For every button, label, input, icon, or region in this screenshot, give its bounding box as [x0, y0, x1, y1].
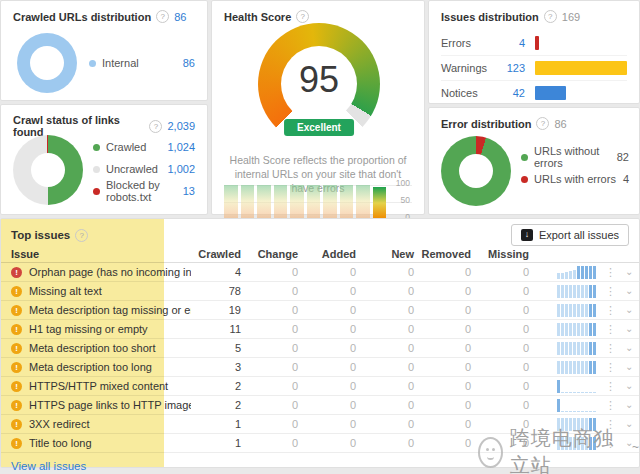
panel-title: Top issues	[11, 229, 70, 241]
crawled-value: 3	[191, 361, 247, 373]
issue-name[interactable]: Meta description tag missing or empty	[29, 304, 191, 316]
sparkline-bar	[593, 323, 596, 336]
row-actions: ⋮ ⌄	[605, 400, 640, 410]
kebab-menu-icon[interactable]: ⋮	[605, 324, 616, 334]
sparkline-bar	[577, 304, 580, 317]
issue-table-row: Meta description tag missing or empty 19…	[1, 301, 639, 320]
issue-name[interactable]: H1 tag missing or empty	[29, 323, 148, 335]
issue-name[interactable]: Missing alt text	[29, 285, 102, 297]
kebab-menu-icon[interactable]: ⋮	[605, 362, 616, 372]
kebab-menu-icon[interactable]: ⋮	[605, 267, 616, 277]
panel-count[interactable]: 86	[174, 11, 186, 23]
info-icon[interactable]	[156, 10, 169, 23]
chevron-down-icon[interactable]: ⌄	[625, 286, 633, 296]
new-value: 0	[362, 361, 420, 373]
sparkline-bar	[581, 323, 584, 336]
issue-name[interactable]: Title too long	[29, 437, 92, 449]
legend-value[interactable]: 4	[623, 173, 629, 185]
issue-name[interactable]: 3XX redirect	[29, 418, 90, 430]
issue-name-cell[interactable]: H1 tag missing or empty	[1, 323, 191, 335]
kebab-menu-icon[interactable]: ⋮	[605, 305, 616, 315]
issue-name[interactable]: Meta description too long	[29, 361, 152, 373]
issue-name-cell[interactable]: Meta description too long	[1, 361, 191, 373]
sparkline-bar	[589, 361, 592, 374]
sparkline-bar	[593, 285, 596, 298]
panel-title-row: Error distribution 86	[429, 108, 639, 130]
issue-name[interactable]: Meta description too short	[29, 342, 156, 354]
issue-name-cell[interactable]: Missing alt text	[1, 285, 191, 297]
info-icon[interactable]	[296, 10, 309, 23]
info-icon[interactable]	[544, 10, 557, 23]
issue-name[interactable]: Orphan page (has no incoming internal li…	[29, 266, 191, 278]
issue-table-row: Missing alt text 7800000 ⋮ ⌄	[1, 282, 639, 301]
column-header-crawled[interactable]: Crawled	[191, 248, 247, 260]
removed-value: 0	[420, 285, 477, 297]
issue-table-row: Meta description too short 500000 ⋮ ⌄	[1, 339, 639, 358]
chevron-down-icon[interactable]: ⌄	[625, 343, 633, 353]
view-all-issues-link[interactable]: View all issues	[11, 460, 86, 472]
panel-title: Crawled URLs distribution	[13, 11, 151, 23]
issue-name-cell[interactable]: Title too long	[1, 437, 191, 449]
legend-label: Uncrawled	[106, 163, 158, 175]
sparkline-bar	[569, 285, 572, 298]
panel-count[interactable]: 2,039	[167, 120, 195, 132]
chevron-down-icon[interactable]: ⌄	[625, 305, 633, 315]
sparkline-bar	[573, 304, 576, 317]
issue-name[interactable]: HTTPS/HTTP mixed content	[29, 380, 168, 392]
removed-value: 0	[420, 380, 477, 392]
kebab-menu-icon[interactable]: ⋮	[605, 286, 616, 296]
issue-type-count[interactable]: 4	[493, 37, 525, 49]
legend-value[interactable]: 13	[183, 185, 195, 197]
info-icon[interactable]	[536, 117, 549, 130]
sparkline-bar	[585, 342, 588, 355]
info-icon[interactable]	[149, 120, 162, 133]
kebab-menu-icon[interactable]: ⋮	[605, 343, 616, 353]
export-all-issues-button[interactable]: Export all issues	[511, 224, 629, 246]
issue-name-cell[interactable]: Meta description tag missing or empty	[1, 304, 191, 316]
added-value: 0	[304, 342, 362, 354]
legend-value[interactable]: 1,024	[167, 141, 195, 153]
column-header-missing[interactable]: Missing	[477, 248, 535, 260]
panel-crawl-status: Crawl status of links found 2,039 Crawle…	[0, 104, 208, 215]
chevron-down-icon[interactable]: ⌄	[625, 267, 633, 277]
issue-name-cell[interactable]: HTTPS page links to HTTP image	[1, 399, 191, 411]
legend-value[interactable]: 86	[183, 57, 195, 69]
issue-name-cell[interactable]: HTTPS/HTTP mixed content	[1, 380, 191, 392]
column-header-removed[interactable]: Removed	[420, 248, 477, 260]
column-header-added[interactable]: Added	[304, 248, 362, 260]
issue-table-row: H1 tag missing or empty 1100000 ⋮ ⌄	[1, 320, 639, 339]
legend-value[interactable]: 1,002	[167, 163, 195, 175]
trend-bar	[307, 185, 321, 219]
issue-trend-sparkline	[535, 266, 605, 279]
crawled-urls-donut-chart	[17, 33, 77, 93]
column-header-issue[interactable]: Issue	[1, 248, 191, 260]
chevron-down-icon[interactable]: ⌄	[625, 324, 633, 334]
sparkline-bar	[581, 266, 584, 279]
sparkline-bar	[585, 266, 588, 279]
bar	[535, 36, 539, 50]
issue-name[interactable]: HTTPS page links to HTTP image	[29, 399, 191, 411]
kebab-menu-icon[interactable]: ⋮	[605, 400, 616, 410]
issue-name-cell[interactable]: Orphan page (has no incoming internal li…	[1, 266, 191, 278]
column-header-change[interactable]: Change	[247, 248, 304, 260]
warning-icon	[11, 438, 22, 449]
sparkline-bar	[593, 342, 596, 355]
legend-value[interactable]: 82	[617, 151, 629, 163]
chevron-down-icon[interactable]: ⌄	[625, 400, 633, 410]
new-value: 0	[362, 266, 420, 278]
issue-name-cell[interactable]: Meta description too short	[1, 342, 191, 354]
crawled-value: 1	[191, 418, 247, 430]
issue-name-cell[interactable]: 3XX redirect	[1, 418, 191, 430]
legend-dot	[93, 166, 100, 173]
column-header-new[interactable]: New	[362, 248, 420, 260]
issue-type-count[interactable]: 42	[493, 87, 525, 99]
chevron-down-icon[interactable]: ⌄	[625, 362, 633, 372]
kebab-menu-icon[interactable]: ⋮	[605, 381, 616, 391]
new-value: 0	[362, 437, 420, 449]
table-column-headers: Issue Crawled Change Added New Removed M…	[1, 246, 639, 263]
change-value: 0	[247, 418, 304, 430]
info-icon[interactable]	[75, 229, 88, 242]
chevron-down-icon[interactable]: ⌄	[625, 381, 633, 391]
issue-type-count[interactable]: 123	[493, 62, 525, 74]
row-actions: ⋮ ⌄	[605, 381, 640, 391]
